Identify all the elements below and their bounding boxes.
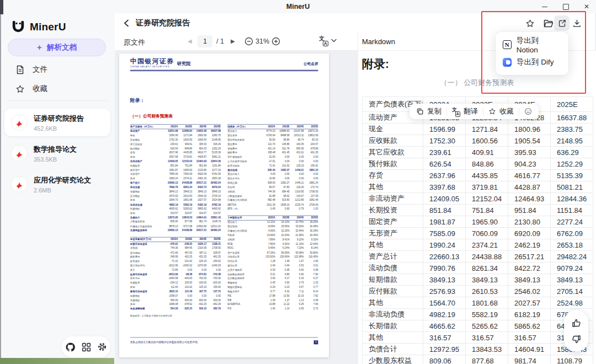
sidebar-item-files[interactable]: 文件 (0, 61, 115, 78)
md-cell: 636.29 (551, 147, 593, 158)
md-cell: 2576.93 (423, 286, 466, 297)
favorite-button[interactable]: 收藏 (488, 106, 514, 116)
maximize-icon[interactable] (562, 3, 570, 10)
zoom-in-icon[interactable] (272, 37, 280, 46)
md-cell: 7990.76 (423, 263, 466, 274)
pdf-brand-cn: 中国银河证券 (130, 58, 174, 65)
star-icon (488, 108, 496, 115)
file-item-selected[interactable]: 证券研究院报告 452.6KB (4, 109, 110, 136)
pdf-table-row: 资产负债率57.25%56.65%55.08%53.80% (227, 250, 318, 255)
md-cell: 8422.72 (508, 263, 551, 274)
md-col-header: 2025E (551, 97, 593, 112)
sidebar-item-label: 文件 (33, 65, 47, 74)
pdf-table-row: 非流动负债4982.195582.196182.196782.19 (130, 202, 221, 207)
feedback-face-icon[interactable] (524, 108, 532, 115)
md-cell: 316.57 (466, 332, 508, 344)
pdf-table-row: 投资活动现金流-2613.09-98.38-674.81-743.38 (130, 272, 221, 277)
table-row: 短期借款3849.133849.133849.133849.13 (363, 274, 593, 286)
selection-toolbar: 复制 文A 翻译 收藏 (409, 104, 539, 119)
export-to-dify[interactable]: 导出到 Dify (496, 53, 568, 71)
md-cell: 4982.19 (423, 309, 466, 320)
md-cell: 316.57 (423, 332, 466, 344)
md-cell: 981.74 (508, 355, 551, 364)
md-cell: 1752.30 (423, 135, 466, 147)
pdf-table-row: 净利润744.36984.451316.951708.50 (130, 247, 221, 251)
file-item[interactable]: 应用化学研究论文 2.6MB (4, 172, 110, 197)
sidebar-divider (8, 100, 107, 101)
md-cell: 809.06 (423, 355, 466, 364)
back-button[interactable] (124, 19, 131, 27)
markdown-table: 资产负债表(百万元)2022A2023E2024E2025E流动资产10251.… (362, 97, 593, 364)
table-row: 其他3397.683719.814428.875081.21 (363, 181, 593, 193)
md-cell: 2610.53 (466, 286, 508, 297)
thumb-down-icon[interactable] (571, 334, 582, 345)
thumb-up-icon[interactable] (571, 318, 582, 328)
app-logo: MinerU (11, 20, 66, 34)
md-cell: 预付账款 (363, 158, 423, 170)
pdf-table-row: 每股净资产5.776.327.118.14 (227, 290, 318, 294)
apps-grid-icon[interactable] (82, 342, 91, 352)
sidebar-item-favorites[interactable]: 收藏 (0, 80, 115, 98)
page-input[interactable]: 1 (198, 35, 212, 47)
md-cell: 应付账款 (363, 286, 423, 297)
prev-page-icon[interactable]: ◀ (188, 38, 192, 44)
pdf-file-icon (11, 145, 28, 162)
md-cell: 少数股东权益 (363, 355, 423, 364)
table-row: 非流动负债4982.195582.196182.196782.19 (363, 309, 593, 320)
share-export-button[interactable] (554, 15, 570, 31)
pdf-table-row: 经营活动现金流-445.91-348.251036.171188.41 (130, 242, 221, 247)
md-cell: 2546.02 (508, 286, 551, 297)
desktop-corner (0, 0, 3, 14)
desktop-wallpaper-strip (0, 358, 114, 364)
minimize-icon[interactable] (541, 3, 549, 10)
pdf-table-row: 营业利润-8.05%29.55%33.63%30.08% (227, 224, 318, 229)
pdf-table-row: 营业成本6706.948488.5810313.1113802.99 (227, 133, 318, 138)
md-cell: 13843.53 (466, 344, 508, 355)
close-icon[interactable]: ✕ (583, 3, 590, 10)
folder-icon[interactable] (544, 19, 553, 28)
pdf-table-row: 资本支出-2490.58-400.00-700.00-700.00 (130, 276, 221, 281)
github-icon[interactable] (65, 342, 76, 352)
zoom-out-icon[interactable] (244, 37, 253, 46)
translate-icon: 文A (452, 108, 460, 116)
pdf-footer: 请务必阅读正文最后的中国银河证券股份有限公司免责声明。 3 (130, 338, 318, 345)
page-title: 证券研究院报告 (136, 18, 190, 28)
translate-button[interactable]: 文A 翻译 (452, 106, 478, 116)
next-page-icon[interactable]: ▶ (231, 38, 235, 44)
copy-button[interactable]: 复制 (416, 106, 441, 116)
translate-icon: 文A (319, 36, 328, 45)
md-cell: 1801.68 (466, 297, 508, 309)
pdf-table-row: EV/EBITDA13.8811.229.257.66 (227, 302, 318, 307)
pdf-header-rule (130, 72, 318, 72)
translate-dropdown[interactable]: 文A (319, 36, 337, 45)
favorite-star-icon[interactable] (525, 19, 535, 28)
table-row: 资产总计22660.1324438.8826517.2129482.24 (363, 251, 593, 263)
pdf-table-row: 速动比率0.490.440.530.61 (227, 264, 318, 268)
download-icon[interactable] (572, 19, 582, 28)
md-cell: 长期借款 (363, 320, 423, 332)
md-cell: 2637.96 (423, 170, 466, 181)
parse-doc-button[interactable]: + 解析文档 (8, 39, 106, 56)
pdf-table-row: 非流动资产12409.0512152.0412464.9312844.36 (130, 159, 221, 164)
md-cell: 2462.19 (508, 239, 551, 251)
gear-icon[interactable] (97, 342, 107, 352)
pdf-table-row: 净负债比率133.92%130.66%122.68%116.45% (227, 255, 318, 259)
file-icon (15, 65, 25, 74)
pdf-table-header: 主要财务比率2022A2023E2024E2025E (227, 216, 318, 221)
pdf-table-row: 负债和股东权益22660.1324438.8826517.2129482.24 (130, 228, 221, 233)
pdf-table-row: 财务费用338.48401.45431.61461.35 (227, 151, 318, 155)
pdf-table-row: 存货2637.964435.854616.775135.39 (130, 151, 221, 155)
md-cell: 5582.19 (466, 309, 508, 320)
md-cell: 1800.96 (508, 124, 551, 135)
export-to-notion[interactable]: N 导出到 Notion (496, 36, 568, 53)
md-cell: 无形资产 (363, 228, 423, 239)
zoom-level: 31% (256, 38, 269, 45)
page-total: / 1 (216, 38, 224, 45)
markdown-pane-label: Markdown (362, 38, 395, 46)
md-cell: 12409.05 (423, 193, 466, 205)
pdf-table-row: 长期借款596.00600.00600.00600.00 (130, 298, 221, 303)
pdf-viewer-pane: 中国银河证券 CHINA GALAXY SECURITIES 研究院 公司点评 … (115, 51, 358, 364)
file-item[interactable]: 数学推导论文 353.5KB (4, 141, 110, 166)
md-cell: 1981.87 (423, 216, 466, 228)
sidebar-item-label: 收藏 (33, 84, 47, 94)
